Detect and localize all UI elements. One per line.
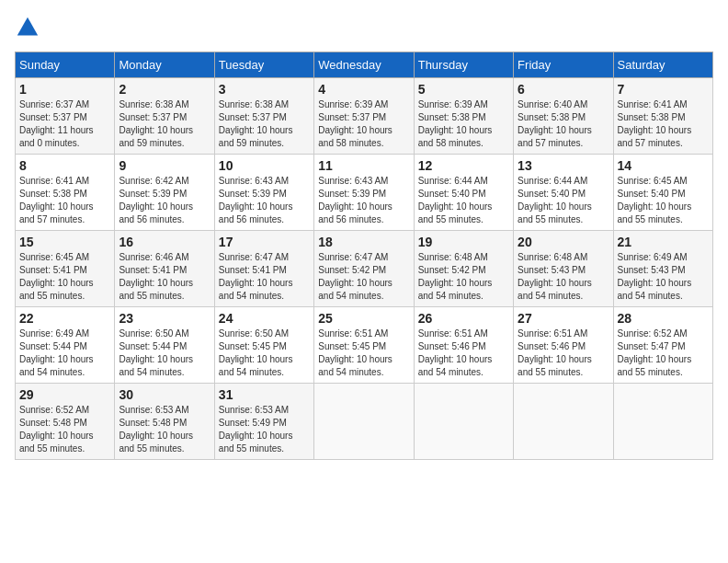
- calendar-cell-14: 14 Sunrise: 6:45 AMSunset: 5:40 PMDaylig…: [613, 155, 712, 231]
- day-info: Sunrise: 6:53 AMSunset: 5:49 PMDaylight:…: [219, 404, 310, 455]
- day-info: Sunrise: 6:39 AMSunset: 5:38 PMDaylight:…: [418, 98, 509, 150]
- calendar-cell-6: 6 Sunrise: 6:40 AMSunset: 5:38 PMDayligh…: [514, 78, 613, 155]
- calendar-cell-29: 29 Sunrise: 6:52 AMSunset: 5:48 PMDaylig…: [16, 384, 115, 460]
- week-row-3: 15 Sunrise: 6:45 AMSunset: 5:41 PMDaylig…: [16, 231, 713, 307]
- day-info: Sunrise: 6:47 AMSunset: 5:41 PMDaylight:…: [219, 251, 310, 303]
- day-number: 27: [518, 311, 609, 326]
- day-info: Sunrise: 6:50 AMSunset: 5:44 PMDaylight:…: [119, 327, 210, 379]
- day-info: Sunrise: 6:49 AMSunset: 5:44 PMDaylight:…: [19, 327, 110, 379]
- day-number: 22: [19, 311, 110, 326]
- header: [15, 15, 713, 40]
- day-number: 11: [318, 158, 409, 173]
- calendar-cell-26: 26 Sunrise: 6:51 AMSunset: 5:46 PMDaylig…: [414, 307, 513, 384]
- day-info: Sunrise: 6:49 AMSunset: 5:43 PMDaylight:…: [618, 251, 709, 303]
- week-row-2: 8 Sunrise: 6:41 AMSunset: 5:38 PMDayligh…: [16, 155, 713, 231]
- day-info: Sunrise: 6:44 AMSunset: 5:40 PMDaylight:…: [418, 175, 509, 226]
- day-number: 13: [518, 158, 609, 173]
- day-info: Sunrise: 6:46 AMSunset: 5:41 PMDaylight:…: [119, 251, 210, 303]
- day-number: 18: [318, 235, 409, 249]
- calendar-cell-16: 16 Sunrise: 6:46 AMSunset: 5:41 PMDaylig…: [115, 231, 214, 307]
- calendar-cell-empty: [314, 384, 414, 460]
- day-info: Sunrise: 6:37 AMSunset: 5:37 PMDaylight:…: [19, 98, 110, 150]
- day-info: Sunrise: 6:39 AMSunset: 5:37 PMDaylight:…: [318, 98, 409, 150]
- day-info: Sunrise: 6:51 AMSunset: 5:45 PMDaylight:…: [318, 327, 409, 379]
- calendar-cell-empty: [414, 384, 513, 460]
- calendar-cell-20: 20 Sunrise: 6:48 AMSunset: 5:43 PMDaylig…: [514, 231, 613, 307]
- day-number: 2: [119, 82, 210, 97]
- day-number: 5: [418, 82, 509, 97]
- day-info: Sunrise: 6:45 AMSunset: 5:40 PMDaylight:…: [618, 175, 709, 226]
- weekday-header-tuesday: Tuesday: [214, 52, 313, 78]
- day-info: Sunrise: 6:43 AMSunset: 5:39 PMDaylight:…: [318, 175, 409, 226]
- weekday-header-saturday: Saturday: [613, 52, 712, 78]
- day-number: 26: [418, 311, 509, 326]
- day-number: 20: [518, 235, 609, 249]
- calendar-cell-31: 31 Sunrise: 6:53 AMSunset: 5:49 PMDaylig…: [214, 384, 313, 460]
- calendar-cell-30: 30 Sunrise: 6:53 AMSunset: 5:48 PMDaylig…: [115, 384, 214, 460]
- day-number: 30: [119, 387, 210, 402]
- day-number: 23: [119, 311, 210, 326]
- calendar-cell-7: 7 Sunrise: 6:41 AMSunset: 5:38 PMDayligh…: [613, 78, 712, 155]
- day-number: 9: [119, 158, 210, 173]
- day-number: 15: [19, 235, 110, 249]
- calendar-cell-21: 21 Sunrise: 6:49 AMSunset: 5:43 PMDaylig…: [613, 231, 712, 307]
- calendar-cell-25: 25 Sunrise: 6:51 AMSunset: 5:45 PMDaylig…: [314, 307, 414, 384]
- calendar-cell-22: 22 Sunrise: 6:49 AMSunset: 5:44 PMDaylig…: [16, 307, 115, 384]
- day-info: Sunrise: 6:44 AMSunset: 5:40 PMDaylight:…: [518, 175, 609, 226]
- day-info: Sunrise: 6:53 AMSunset: 5:48 PMDaylight:…: [119, 404, 210, 455]
- day-number: 31: [219, 387, 310, 402]
- logo-icon: [15, 15, 40, 40]
- day-info: Sunrise: 6:41 AMSunset: 5:38 PMDaylight:…: [618, 98, 709, 150]
- day-number: 4: [318, 82, 409, 97]
- day-number: 14: [618, 158, 709, 173]
- day-info: Sunrise: 6:38 AMSunset: 5:37 PMDaylight:…: [119, 98, 210, 150]
- calendar-cell-17: 17 Sunrise: 6:47 AMSunset: 5:41 PMDaylig…: [214, 231, 313, 307]
- day-number: 6: [518, 82, 609, 97]
- calendar-cell-11: 11 Sunrise: 6:43 AMSunset: 5:39 PMDaylig…: [314, 155, 414, 231]
- calendar-cell-empty: [613, 384, 712, 460]
- calendar-cell-28: 28 Sunrise: 6:52 AMSunset: 5:47 PMDaylig…: [613, 307, 712, 384]
- calendar-cell-3: 3 Sunrise: 6:38 AMSunset: 5:37 PMDayligh…: [214, 78, 313, 155]
- day-number: 25: [318, 311, 409, 326]
- day-number: 10: [219, 158, 310, 173]
- calendar-cell-27: 27 Sunrise: 6:51 AMSunset: 5:46 PMDaylig…: [514, 307, 613, 384]
- day-info: Sunrise: 6:47 AMSunset: 5:42 PMDaylight:…: [318, 251, 409, 303]
- calendar-cell-9: 9 Sunrise: 6:42 AMSunset: 5:39 PMDayligh…: [115, 155, 214, 231]
- day-number: 21: [618, 235, 709, 249]
- weekday-header-sunday: Sunday: [16, 52, 115, 78]
- calendar-cell-10: 10 Sunrise: 6:43 AMSunset: 5:39 PMDaylig…: [214, 155, 313, 231]
- logo: [15, 15, 44, 40]
- svg-marker-0: [17, 17, 38, 36]
- day-info: Sunrise: 6:48 AMSunset: 5:42 PMDaylight:…: [418, 251, 509, 303]
- calendar-cell-19: 19 Sunrise: 6:48 AMSunset: 5:42 PMDaylig…: [414, 231, 513, 307]
- weekday-header-thursday: Thursday: [414, 52, 513, 78]
- calendar-cell-2: 2 Sunrise: 6:38 AMSunset: 5:37 PMDayligh…: [115, 78, 214, 155]
- day-number: 8: [19, 158, 110, 173]
- day-info: Sunrise: 6:51 AMSunset: 5:46 PMDaylight:…: [418, 327, 509, 379]
- day-info: Sunrise: 6:52 AMSunset: 5:47 PMDaylight:…: [618, 327, 709, 379]
- day-number: 29: [19, 387, 110, 402]
- calendar-cell-18: 18 Sunrise: 6:47 AMSunset: 5:42 PMDaylig…: [314, 231, 414, 307]
- day-number: 24: [219, 311, 310, 326]
- day-info: Sunrise: 6:51 AMSunset: 5:46 PMDaylight:…: [518, 327, 609, 379]
- calendar-cell-13: 13 Sunrise: 6:44 AMSunset: 5:40 PMDaylig…: [514, 155, 613, 231]
- calendar-cell-8: 8 Sunrise: 6:41 AMSunset: 5:38 PMDayligh…: [16, 155, 115, 231]
- day-info: Sunrise: 6:38 AMSunset: 5:37 PMDaylight:…: [219, 98, 310, 150]
- calendar-cell-empty: [514, 384, 613, 460]
- day-info: Sunrise: 6:42 AMSunset: 5:39 PMDaylight:…: [119, 175, 210, 226]
- week-row-4: 22 Sunrise: 6:49 AMSunset: 5:44 PMDaylig…: [16, 307, 713, 384]
- calendar-table: SundayMondayTuesdayWednesdayThursdayFrid…: [15, 52, 713, 460]
- weekday-header-row: SundayMondayTuesdayWednesdayThursdayFrid…: [16, 52, 713, 78]
- week-row-5: 29 Sunrise: 6:52 AMSunset: 5:48 PMDaylig…: [16, 384, 713, 460]
- calendar-cell-5: 5 Sunrise: 6:39 AMSunset: 5:38 PMDayligh…: [414, 78, 513, 155]
- day-info: Sunrise: 6:48 AMSunset: 5:43 PMDaylight:…: [518, 251, 609, 303]
- calendar-cell-4: 4 Sunrise: 6:39 AMSunset: 5:37 PMDayligh…: [314, 78, 414, 155]
- day-number: 28: [618, 311, 709, 326]
- weekday-header-friday: Friday: [514, 52, 613, 78]
- day-number: 17: [219, 235, 310, 249]
- calendar-cell-12: 12 Sunrise: 6:44 AMSunset: 5:40 PMDaylig…: [414, 155, 513, 231]
- day-info: Sunrise: 6:43 AMSunset: 5:39 PMDaylight:…: [219, 175, 310, 226]
- calendar-cell-15: 15 Sunrise: 6:45 AMSunset: 5:41 PMDaylig…: [16, 231, 115, 307]
- day-number: 12: [418, 158, 509, 173]
- weekday-header-wednesday: Wednesday: [314, 52, 414, 78]
